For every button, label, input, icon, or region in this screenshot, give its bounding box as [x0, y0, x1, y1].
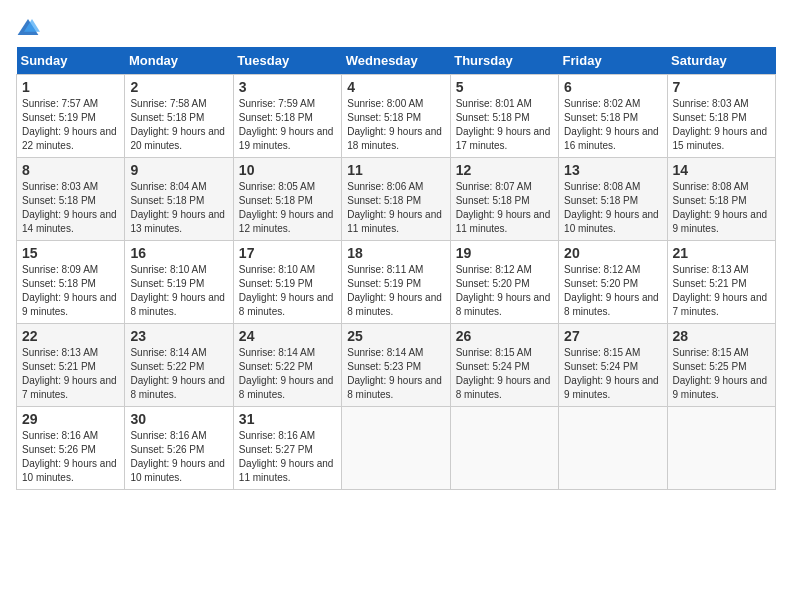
day-info: Sunrise: 8:16 AM Sunset: 5:27 PM Dayligh… [239, 429, 336, 485]
day-info: Sunrise: 8:10 AM Sunset: 5:19 PM Dayligh… [130, 263, 227, 319]
table-row: 6 Sunrise: 8:02 AM Sunset: 5:18 PM Dayli… [559, 75, 667, 158]
page-header [16, 16, 776, 37]
day-number: 29 [22, 411, 119, 427]
calendar-week-row: 1 Sunrise: 7:57 AM Sunset: 5:19 PM Dayli… [17, 75, 776, 158]
logo [16, 16, 44, 37]
table-row: 3 Sunrise: 7:59 AM Sunset: 5:18 PM Dayli… [233, 75, 341, 158]
table-row: 28 Sunrise: 8:15 AM Sunset: 5:25 PM Dayl… [667, 324, 775, 407]
table-row: 31 Sunrise: 8:16 AM Sunset: 5:27 PM Dayl… [233, 407, 341, 490]
calendar-week-row: 15 Sunrise: 8:09 AM Sunset: 5:18 PM Dayl… [17, 241, 776, 324]
table-row: 24 Sunrise: 8:14 AM Sunset: 5:22 PM Dayl… [233, 324, 341, 407]
day-number: 11 [347, 162, 444, 178]
table-row: 9 Sunrise: 8:04 AM Sunset: 5:18 PM Dayli… [125, 158, 233, 241]
day-info: Sunrise: 8:11 AM Sunset: 5:19 PM Dayligh… [347, 263, 444, 319]
table-row: 22 Sunrise: 8:13 AM Sunset: 5:21 PM Dayl… [17, 324, 125, 407]
day-info: Sunrise: 8:12 AM Sunset: 5:20 PM Dayligh… [564, 263, 661, 319]
day-number: 4 [347, 79, 444, 95]
day-info: Sunrise: 8:16 AM Sunset: 5:26 PM Dayligh… [22, 429, 119, 485]
day-info: Sunrise: 8:08 AM Sunset: 5:18 PM Dayligh… [564, 180, 661, 236]
calendar-week-row: 22 Sunrise: 8:13 AM Sunset: 5:21 PM Dayl… [17, 324, 776, 407]
day-number: 20 [564, 245, 661, 261]
table-row: 19 Sunrise: 8:12 AM Sunset: 5:20 PM Dayl… [450, 241, 558, 324]
day-info: Sunrise: 8:13 AM Sunset: 5:21 PM Dayligh… [673, 263, 770, 319]
day-number: 17 [239, 245, 336, 261]
table-row: 25 Sunrise: 8:14 AM Sunset: 5:23 PM Dayl… [342, 324, 450, 407]
day-number: 18 [347, 245, 444, 261]
table-row: 12 Sunrise: 8:07 AM Sunset: 5:18 PM Dayl… [450, 158, 558, 241]
table-row: 27 Sunrise: 8:15 AM Sunset: 5:24 PM Dayl… [559, 324, 667, 407]
day-info: Sunrise: 8:03 AM Sunset: 5:18 PM Dayligh… [673, 97, 770, 153]
calendar-week-row: 8 Sunrise: 8:03 AM Sunset: 5:18 PM Dayli… [17, 158, 776, 241]
day-info: Sunrise: 8:08 AM Sunset: 5:18 PM Dayligh… [673, 180, 770, 236]
day-info: Sunrise: 8:15 AM Sunset: 5:24 PM Dayligh… [456, 346, 553, 402]
table-row: 5 Sunrise: 8:01 AM Sunset: 5:18 PM Dayli… [450, 75, 558, 158]
table-row: 11 Sunrise: 8:06 AM Sunset: 5:18 PM Dayl… [342, 158, 450, 241]
day-info: Sunrise: 8:05 AM Sunset: 5:18 PM Dayligh… [239, 180, 336, 236]
table-row: 4 Sunrise: 8:00 AM Sunset: 5:18 PM Dayli… [342, 75, 450, 158]
day-info: Sunrise: 8:16 AM Sunset: 5:26 PM Dayligh… [130, 429, 227, 485]
day-number: 31 [239, 411, 336, 427]
table-row: 21 Sunrise: 8:13 AM Sunset: 5:21 PM Dayl… [667, 241, 775, 324]
day-number: 16 [130, 245, 227, 261]
header-friday: Friday [559, 47, 667, 75]
day-number: 13 [564, 162, 661, 178]
day-info: Sunrise: 8:14 AM Sunset: 5:22 PM Dayligh… [130, 346, 227, 402]
day-number: 23 [130, 328, 227, 344]
table-row: 13 Sunrise: 8:08 AM Sunset: 5:18 PM Dayl… [559, 158, 667, 241]
day-info: Sunrise: 8:06 AM Sunset: 5:18 PM Dayligh… [347, 180, 444, 236]
day-info: Sunrise: 8:15 AM Sunset: 5:25 PM Dayligh… [673, 346, 770, 402]
day-number: 21 [673, 245, 770, 261]
table-row [450, 407, 558, 490]
day-info: Sunrise: 8:03 AM Sunset: 5:18 PM Dayligh… [22, 180, 119, 236]
day-number: 12 [456, 162, 553, 178]
header-monday: Monday [125, 47, 233, 75]
table-row [559, 407, 667, 490]
day-number: 14 [673, 162, 770, 178]
day-info: Sunrise: 8:13 AM Sunset: 5:21 PM Dayligh… [22, 346, 119, 402]
table-row: 15 Sunrise: 8:09 AM Sunset: 5:18 PM Dayl… [17, 241, 125, 324]
table-row: 30 Sunrise: 8:16 AM Sunset: 5:26 PM Dayl… [125, 407, 233, 490]
calendar-week-row: 29 Sunrise: 8:16 AM Sunset: 5:26 PM Dayl… [17, 407, 776, 490]
day-info: Sunrise: 8:14 AM Sunset: 5:23 PM Dayligh… [347, 346, 444, 402]
day-info: Sunrise: 7:59 AM Sunset: 5:18 PM Dayligh… [239, 97, 336, 153]
day-number: 22 [22, 328, 119, 344]
header-sunday: Sunday [17, 47, 125, 75]
day-number: 25 [347, 328, 444, 344]
day-number: 15 [22, 245, 119, 261]
day-number: 27 [564, 328, 661, 344]
table-row: 29 Sunrise: 8:16 AM Sunset: 5:26 PM Dayl… [17, 407, 125, 490]
day-info: Sunrise: 8:04 AM Sunset: 5:18 PM Dayligh… [130, 180, 227, 236]
table-row: 1 Sunrise: 7:57 AM Sunset: 5:19 PM Dayli… [17, 75, 125, 158]
table-row: 8 Sunrise: 8:03 AM Sunset: 5:18 PM Dayli… [17, 158, 125, 241]
table-row: 2 Sunrise: 7:58 AM Sunset: 5:18 PM Dayli… [125, 75, 233, 158]
day-number: 10 [239, 162, 336, 178]
table-row: 20 Sunrise: 8:12 AM Sunset: 5:20 PM Dayl… [559, 241, 667, 324]
table-row: 18 Sunrise: 8:11 AM Sunset: 5:19 PM Dayl… [342, 241, 450, 324]
header-wednesday: Wednesday [342, 47, 450, 75]
table-row [667, 407, 775, 490]
logo-icon [16, 17, 40, 37]
day-number: 28 [673, 328, 770, 344]
day-info: Sunrise: 8:02 AM Sunset: 5:18 PM Dayligh… [564, 97, 661, 153]
table-row: 7 Sunrise: 8:03 AM Sunset: 5:18 PM Dayli… [667, 75, 775, 158]
table-row: 26 Sunrise: 8:15 AM Sunset: 5:24 PM Dayl… [450, 324, 558, 407]
day-info: Sunrise: 8:00 AM Sunset: 5:18 PM Dayligh… [347, 97, 444, 153]
table-row: 16 Sunrise: 8:10 AM Sunset: 5:19 PM Dayl… [125, 241, 233, 324]
day-info: Sunrise: 8:14 AM Sunset: 5:22 PM Dayligh… [239, 346, 336, 402]
table-row: 14 Sunrise: 8:08 AM Sunset: 5:18 PM Dayl… [667, 158, 775, 241]
day-number: 6 [564, 79, 661, 95]
day-info: Sunrise: 7:57 AM Sunset: 5:19 PM Dayligh… [22, 97, 119, 153]
day-number: 26 [456, 328, 553, 344]
day-number: 1 [22, 79, 119, 95]
calendar-table: Sunday Monday Tuesday Wednesday Thursday… [16, 47, 776, 490]
day-number: 3 [239, 79, 336, 95]
day-number: 9 [130, 162, 227, 178]
table-row: 10 Sunrise: 8:05 AM Sunset: 5:18 PM Dayl… [233, 158, 341, 241]
day-info: Sunrise: 8:12 AM Sunset: 5:20 PM Dayligh… [456, 263, 553, 319]
header-saturday: Saturday [667, 47, 775, 75]
day-info: Sunrise: 8:15 AM Sunset: 5:24 PM Dayligh… [564, 346, 661, 402]
day-number: 8 [22, 162, 119, 178]
table-row: 17 Sunrise: 8:10 AM Sunset: 5:19 PM Dayl… [233, 241, 341, 324]
table-row [342, 407, 450, 490]
table-row: 23 Sunrise: 8:14 AM Sunset: 5:22 PM Dayl… [125, 324, 233, 407]
